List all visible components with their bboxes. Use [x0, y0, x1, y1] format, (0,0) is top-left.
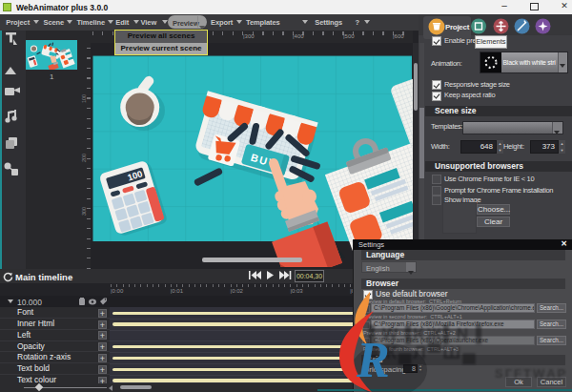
svg-text:R: R — [356, 333, 390, 387]
